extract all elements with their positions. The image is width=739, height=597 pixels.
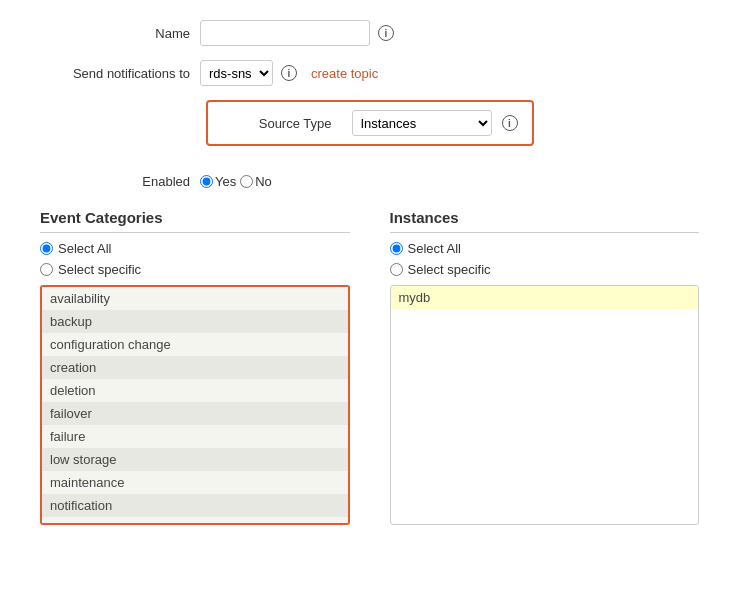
name-info-icon[interactable]: i: [378, 25, 394, 41]
source-type-info-icon[interactable]: i: [502, 115, 518, 131]
name-label: Name: [40, 26, 200, 41]
yes-label-text: Yes: [215, 174, 236, 189]
event-category-item[interactable]: maintenance: [42, 471, 348, 494]
name-input[interactable]: [200, 20, 370, 46]
event-categories-column: Event Categories Select All Select speci…: [40, 209, 350, 525]
create-topic-link[interactable]: create topic: [311, 66, 378, 81]
notifications-label: Send notifications to: [40, 66, 200, 81]
event-category-item[interactable]: backup: [42, 310, 348, 333]
event-category-item[interactable]: deletion: [42, 379, 348, 402]
source-type-label: Source Type: [222, 116, 342, 131]
yes-radio[interactable]: [200, 175, 213, 188]
notifications-info-icon[interactable]: i: [281, 65, 297, 81]
no-radio-label[interactable]: No: [240, 174, 272, 189]
event-category-item[interactable]: read replica: [42, 517, 348, 525]
event-categories-list[interactable]: availabilitybackupconfiguration changecr…: [40, 285, 350, 525]
event-categories-select-specific-label: Select specific: [58, 262, 141, 277]
no-radio[interactable]: [240, 175, 253, 188]
source-type-select[interactable]: Instances Clusters Parameter groups Secu…: [352, 110, 492, 136]
instances-select-specific-radio[interactable]: [390, 263, 403, 276]
no-label-text: No: [255, 174, 272, 189]
instance-item[interactable]: mydb: [391, 286, 699, 309]
event-categories-select-all-label: Select All: [58, 241, 111, 256]
event-category-item[interactable]: availability: [42, 287, 348, 310]
event-category-item[interactable]: notification: [42, 494, 348, 517]
event-categories-select-specific-radio[interactable]: [40, 263, 53, 276]
instances-title: Instances: [390, 209, 700, 233]
instances-select-specific-label: Select specific: [408, 262, 491, 277]
instances-column: Instances Select All Select specific myd…: [390, 209, 700, 525]
instances-select-all-label: Select All: [408, 241, 461, 256]
event-category-item[interactable]: configuration change: [42, 333, 348, 356]
instances-list[interactable]: mydb: [390, 285, 700, 525]
event-category-item[interactable]: failure: [42, 425, 348, 448]
event-categories-title: Event Categories: [40, 209, 350, 233]
yes-radio-label[interactable]: Yes: [200, 174, 236, 189]
event-category-item[interactable]: creation: [42, 356, 348, 379]
instances-select-all-radio[interactable]: [390, 242, 403, 255]
event-category-item[interactable]: failover: [42, 402, 348, 425]
notifications-select[interactable]: rds-sns: [200, 60, 273, 86]
enabled-label: Enabled: [40, 174, 200, 189]
event-categories-select-all-radio[interactable]: [40, 242, 53, 255]
event-category-item[interactable]: low storage: [42, 448, 348, 471]
